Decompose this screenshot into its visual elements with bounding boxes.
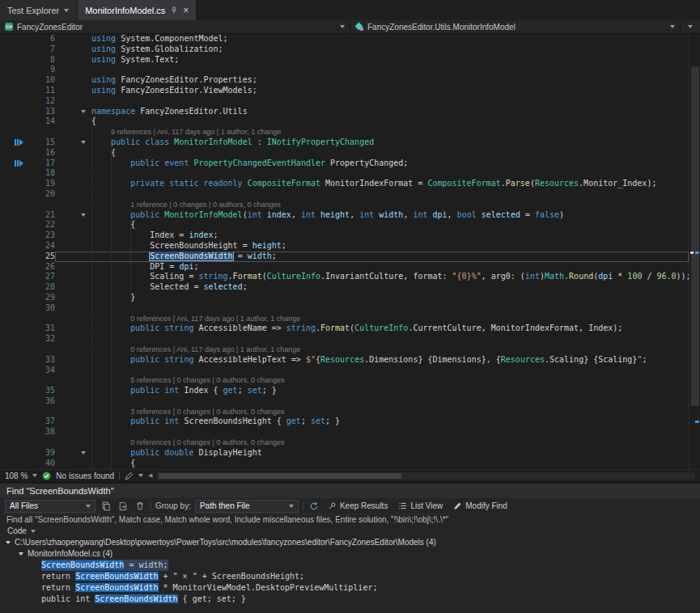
list-view-button[interactable]: List View [395,500,446,513]
glyph-margin[interactable] [0,252,32,262]
clear-results-icon[interactable] [134,500,146,513]
glyph-margin[interactable] [0,438,32,448]
code-text[interactable]: public string AccessibleName => string.F… [91,323,689,334]
code-text[interactable]: { [91,220,689,230]
outline-margin[interactable] [55,355,91,366]
code-text[interactable]: { [91,459,689,469]
export-results-icon[interactable] [117,500,129,513]
glyph-margin[interactable] [0,34,32,44]
code-text[interactable]: { [91,148,689,159]
pin-icon[interactable] [170,6,178,15]
outline-margin[interactable] [55,96,91,107]
code-text[interactable]: public class MonitorInfoModel : INotifyP… [91,137,689,148]
outline-margin[interactable] [55,345,91,355]
glyph-margin[interactable] [0,168,32,179]
glyph-margin[interactable] [0,427,32,438]
scroll-left-arrow[interactable]: ◀ [148,472,152,479]
chevron-down-icon[interactable] [32,474,37,477]
outline-margin[interactable] [55,55,91,66]
outline-margin[interactable] [55,179,91,189]
glyph-margin[interactable] [0,107,32,117]
code-text[interactable]: using System.Globalization; [91,44,689,55]
glyph-margin[interactable] [0,375,32,386]
outline-margin[interactable] [55,375,91,386]
outline-margin[interactable] [55,127,91,137]
outline-margin[interactable] [55,44,91,55]
glyph-margin[interactable] [0,386,32,396]
glyph-margin[interactable] [0,210,32,221]
find-result-row[interactable]: return ScreenBoundsWidth + " × " + Scree… [0,571,700,582]
glyph-margin[interactable] [0,137,32,148]
code-filter-dropdown[interactable]: Code [0,525,49,537]
outline-margin[interactable] [55,314,91,324]
glyph-margin[interactable] [0,407,32,417]
glyph-margin[interactable] [0,159,32,169]
tab-test-explorer[interactable]: Test Explorer [0,0,76,20]
glyph-margin[interactable] [0,200,32,210]
outline-margin[interactable] [55,334,91,345]
vertical-scrollbar[interactable] [689,34,700,469]
code-text[interactable] [91,366,689,376]
code-text[interactable] [91,396,689,407]
outline-margin[interactable] [55,137,91,148]
glyph-margin[interactable] [0,459,32,469]
glyph-margin[interactable] [0,345,32,355]
code-text[interactable]: using System.Text; [91,55,689,66]
outline-margin[interactable] [55,366,91,376]
outline-margin[interactable] [55,86,91,96]
glyph-margin[interactable] [0,272,32,282]
project-dropdown[interactable]: C# FancyZonesEditor [0,20,350,33]
expander-icon[interactable] [6,541,11,544]
code-text[interactable]: public event PropertyChangedEventHandler… [91,159,689,169]
outline-margin[interactable] [55,262,91,273]
outline-margin[interactable] [55,303,91,314]
code-text[interactable] [91,189,689,200]
outline-margin[interactable] [55,75,91,86]
outline-margin[interactable] [55,438,91,448]
glyph-margin[interactable] [0,303,32,314]
glyph-margin[interactable] [0,293,32,303]
code-text[interactable]: using FancyZonesEditor.ViewModels; [91,86,689,96]
outline-margin[interactable] [55,34,91,44]
refresh-icon[interactable] [308,500,320,513]
code-text[interactable]: { [91,116,689,127]
keep-results-toggle[interactable]: Keep Results [325,500,391,513]
outline-margin[interactable] [55,272,91,282]
outline-margin[interactable] [55,282,91,293]
close-icon[interactable]: × [183,6,189,15]
suggestions-icon[interactable] [125,471,134,480]
collapse-chevron-icon[interactable] [81,451,86,454]
type-dropdown[interactable]: FancyZonesEditor.Utils.MonitorInfoModel [350,20,681,33]
glyph-margin[interactable] [0,86,32,96]
tab-monitorinfomodel[interactable]: MonitorInfoModel.cs × [78,0,196,20]
glyph-margin[interactable] [0,334,32,345]
outline-margin[interactable] [55,116,91,127]
code-text[interactable]: Scaling = string.Format(CultureInfo.Inva… [91,272,689,282]
glyph-margin[interactable] [0,44,32,55]
outline-margin[interactable] [55,200,91,210]
code-text[interactable] [91,168,689,179]
glyph-margin[interactable] [0,127,32,137]
glyph-margin[interactable] [0,396,32,407]
glyph-margin[interactable] [0,230,32,241]
outline-margin[interactable] [55,65,91,75]
glyph-margin[interactable] [0,189,32,200]
code-text[interactable]: public double DisplayHeight [91,448,689,459]
outline-margin[interactable] [55,407,91,417]
outline-margin[interactable] [55,210,91,221]
find-result-row[interactable]: ScreenBoundsWidth = width; [0,560,700,571]
code-text[interactable] [91,96,689,107]
outline-margin[interactable] [55,293,91,303]
code-text[interactable]: public int Index { get; set; } [91,386,689,396]
outline-margin[interactable] [55,241,91,252]
glyph-margin[interactable] [0,116,32,127]
outline-margin[interactable] [55,448,91,459]
outline-margin[interactable] [55,230,91,241]
code-text[interactable]: public int ScreenBoundsHeight { get; set… [91,416,689,427]
glyph-margin[interactable] [0,148,32,159]
glyph-margin[interactable] [0,262,32,273]
glyph-margin[interactable] [0,75,32,86]
outline-margin[interactable] [55,323,91,334]
find-path-row[interactable]: C:\Users\zhaopengwang\Desktop\powertoys\… [0,537,700,548]
glyph-margin[interactable] [0,96,32,107]
